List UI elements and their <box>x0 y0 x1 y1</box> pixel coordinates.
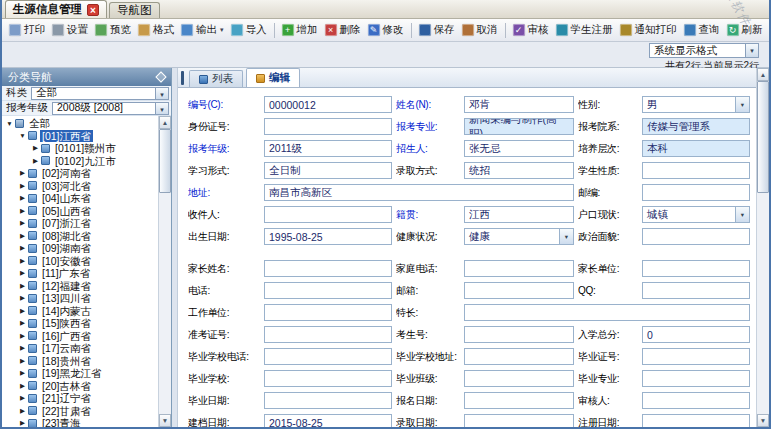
chevron-down-icon[interactable]: ▾ <box>745 44 758 57</box>
email-field[interactable] <box>464 282 574 299</box>
print-button[interactable]: 打印 <box>6 21 48 39</box>
close-icon[interactable]: × <box>87 4 99 16</box>
expander-collapsed-icon[interactable]: ▶ <box>18 257 27 265</box>
admission-date-field[interactable] <box>464 414 574 427</box>
expander-collapsed-icon[interactable]: ▶ <box>18 244 27 252</box>
enrollment-date-field[interactable] <box>642 414 750 427</box>
qq-field[interactable] <box>642 282 750 299</box>
name-field[interactable]: 邓肯 <box>464 96 574 113</box>
expander-collapsed-icon[interactable]: ▶ <box>18 207 27 215</box>
tab-student-source-info[interactable]: 生源信息管理 × <box>5 0 107 18</box>
political-status-field[interactable] <box>642 228 750 245</box>
expander-collapsed-icon[interactable]: ▶ <box>18 382 27 390</box>
export-button[interactable]: 输出▾ <box>178 21 227 39</box>
expander-expanded-icon[interactable]: ▼ <box>5 120 14 127</box>
parent-employer-field[interactable] <box>642 260 750 277</box>
dropdown-arrow-icon[interactable]: ▾ <box>220 26 224 34</box>
add-button[interactable]: +增加 <box>279 21 321 39</box>
expander-collapsed-icon[interactable]: ▶ <box>18 219 27 227</box>
tree-node[interactable]: ▶[10]安徽省 <box>2 255 158 268</box>
expander-collapsed-icon[interactable]: ▶ <box>18 357 27 365</box>
tree-node[interactable]: ▶[02]河南省 <box>2 167 158 180</box>
tree-node[interactable]: ▶[08]湖北省 <box>2 230 158 243</box>
tree-node[interactable]: ▶[11]广东省 <box>2 267 158 280</box>
expander-collapsed-icon[interactable]: ▶ <box>18 407 27 415</box>
chevron-down-icon[interactable]: ▾ <box>155 103 168 114</box>
expander-collapsed-icon[interactable]: ▶ <box>18 394 27 402</box>
chevron-down-icon[interactable]: ▾ <box>735 97 749 112</box>
save-button[interactable]: 保存 <box>416 21 458 39</box>
form-scroll-track[interactable] <box>757 81 769 414</box>
gender-field[interactable]: 男▾ <box>642 96 750 113</box>
graduate-major-field[interactable] <box>642 370 750 387</box>
department-field[interactable]: 传媒与管理系 <box>642 118 750 135</box>
file-date-field[interactable]: 2015-08-25 <box>264 414 392 427</box>
graduate-school-address-field[interactable] <box>464 348 574 365</box>
tree-node[interactable]: ▶[17]云南省 <box>2 342 158 355</box>
expander-collapsed-icon[interactable]: ▶ <box>18 307 27 315</box>
tab-strip-grip[interactable] <box>181 71 184 85</box>
graduate-date-field[interactable] <box>264 392 392 409</box>
tree-node[interactable]: ▶[14]内蒙古 <box>2 305 158 318</box>
parent-name-field[interactable] <box>264 260 392 277</box>
household-status-field[interactable]: 城镇▾ <box>642 206 750 223</box>
scroll-up-icon[interactable]: ▲ <box>757 68 769 81</box>
exam-permit-no-field[interactable] <box>264 326 392 343</box>
expander-collapsed-icon[interactable]: ▶ <box>31 157 40 165</box>
tree-node[interactable]: ▶[07]浙江省 <box>2 217 158 230</box>
delete-button[interactable]: ×删除 <box>322 21 364 39</box>
form-scrollbar[interactable]: ▲ ▼ <box>756 68 769 427</box>
recruiter-field[interactable]: 张无忌 <box>464 140 574 157</box>
chevron-down-icon[interactable]: ▾ <box>155 88 168 99</box>
apply-grade-select[interactable]: 2008级 [2008] ▾ <box>52 102 169 115</box>
expander-collapsed-icon[interactable]: ▶ <box>18 269 27 277</box>
major-field[interactable]: 新闻采编与制作(高职) <box>464 118 574 135</box>
student-type-field[interactable] <box>642 162 750 179</box>
native-place-field[interactable]: 江西 <box>464 206 574 223</box>
tree-node[interactable]: ▶[23]青海 <box>2 417 158 427</box>
preview-button[interactable]: 预览 <box>92 21 134 39</box>
reviewer-field[interactable] <box>642 392 750 409</box>
expander-collapsed-icon[interactable]: ▶ <box>18 194 27 202</box>
student-register-button[interactable]: 学生注册 <box>553 21 616 39</box>
home-phone-field[interactable] <box>464 260 574 277</box>
tree-node[interactable]: ▼[01]江西省 <box>2 130 158 143</box>
admission-type-field[interactable]: 统招 <box>464 162 574 179</box>
tree-node[interactable]: ▼全部 <box>2 117 158 130</box>
tree-node[interactable]: ▶[22]甘肃省 <box>2 405 158 418</box>
import-button[interactable]: 导入 <box>228 21 270 39</box>
tree-node[interactable]: ▶[05]山西省 <box>2 205 158 218</box>
pin-icon[interactable] <box>155 71 166 82</box>
notice-print-button[interactable]: 通知打印 <box>617 21 680 39</box>
tree-node[interactable]: ▶[15]陕西省 <box>2 317 158 330</box>
health-status-field[interactable]: 健康▾ <box>464 228 574 245</box>
recipient-field[interactable] <box>264 206 392 223</box>
expander-collapsed-icon[interactable]: ▶ <box>18 232 27 240</box>
expander-expanded-icon[interactable]: ▼ <box>18 132 27 139</box>
tree-scrollbar[interactable]: ▲ ▼ <box>158 116 171 427</box>
tree-node[interactable]: ▶[03]河北省 <box>2 180 158 193</box>
expander-collapsed-icon[interactable]: ▶ <box>18 419 27 427</box>
scroll-up-icon[interactable]: ▲ <box>159 116 171 129</box>
refresh-button[interactable]: ↻刷新 <box>724 21 766 39</box>
birth-date-field[interactable]: 1995-08-25 <box>264 228 392 245</box>
expander-collapsed-icon[interactable]: ▶ <box>31 144 40 152</box>
tree-node[interactable]: ▶[18]贵州省 <box>2 355 158 368</box>
tree-node[interactable]: ▶[13]四川省 <box>2 292 158 305</box>
expander-collapsed-icon[interactable]: ▶ <box>18 319 27 327</box>
tab-list[interactable]: 列表 <box>189 70 243 87</box>
expander-collapsed-icon[interactable]: ▶ <box>18 344 27 352</box>
graduate-school-phone-field[interactable] <box>264 348 392 365</box>
address-field[interactable]: 南昌市高新区 <box>264 184 574 201</box>
tree-node[interactable]: ▶[20]吉林省 <box>2 380 158 393</box>
grade-field[interactable]: 2011级 <box>264 140 392 157</box>
education-level-field[interactable]: 本科 <box>642 140 750 157</box>
graduate-class-field[interactable] <box>464 370 574 387</box>
display-format-select[interactable]: 系统显示格式 ▾ <box>649 43 759 58</box>
tree-node[interactable]: ▶[09]湖南省 <box>2 242 158 255</box>
expander-collapsed-icon[interactable]: ▶ <box>18 369 27 377</box>
audit-button[interactable]: ✓审核 <box>510 21 552 39</box>
employer-field[interactable] <box>264 304 392 321</box>
format-button[interactable]: 格式 <box>135 21 177 39</box>
subject-category-select[interactable]: 全部 ▾ <box>31 87 169 100</box>
